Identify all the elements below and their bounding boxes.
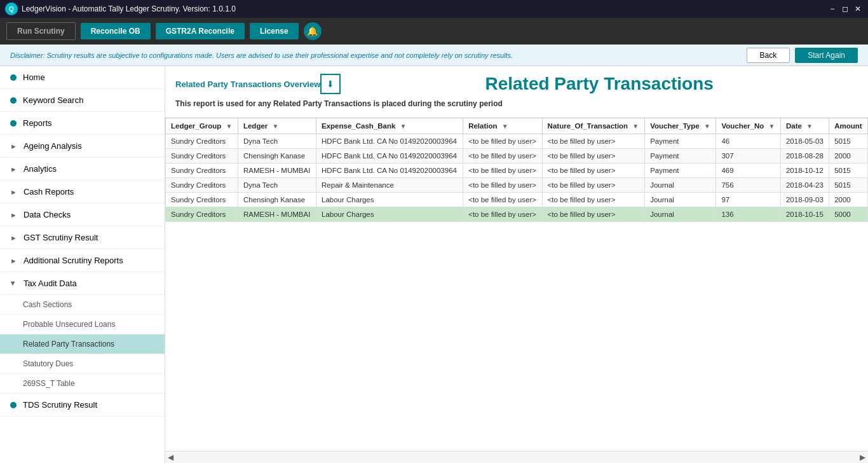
col-ledger: Ledger ▼ — [238, 118, 316, 134]
table-row[interactable]: Sundry CreditorsDyna TechRepair & Mainte… — [166, 178, 868, 193]
cell-4-2: Labour Charges — [316, 193, 463, 207]
table-row[interactable]: Sundry CreditorsDyna TechHDFC Bank Ltd. … — [166, 134, 868, 149]
sidebar: Home Keyword Search Reports ► Ageing Ana… — [0, 66, 165, 463]
sidebar-keyword-label: Keyword Search — [23, 95, 83, 105]
scroll-right-icon[interactable]: ▶ — [860, 453, 865, 462]
app-logo: Q — [5, 3, 18, 15]
download-button[interactable]: ⬇ — [320, 74, 341, 94]
voucher-no-sort-icon[interactable]: ▼ — [769, 123, 775, 130]
window-controls: − ◻ ✕ — [827, 4, 863, 14]
cell-0-5: Payment — [645, 134, 716, 149]
table-body: Sundry CreditorsDyna TechHDFC Bank Ltd. … — [166, 134, 868, 222]
reports-dot-icon — [10, 120, 17, 127]
cell-4-6: 97 — [716, 193, 781, 207]
cell-2-3: <to be filled by user> — [463, 163, 542, 178]
cell-1-3: <to be filled by user> — [463, 149, 542, 163]
cell-3-5: Journal — [645, 178, 716, 193]
ledger-group-sort-icon[interactable]: ▼ — [226, 123, 232, 130]
tds-dot-icon — [10, 402, 17, 408]
relation-sort-icon[interactable]: ▼ — [502, 123, 508, 130]
voucher-type-sort-icon[interactable]: ▼ — [704, 123, 710, 130]
sidebar-item-related-party[interactable]: Related Party Transactions — [0, 335, 165, 354]
sidebar-item-probable-unsecured[interactable]: Probable Unsecured Loans — [0, 315, 165, 335]
table-row[interactable]: Sundry CreditorsRAMESH - MUMBAILabour Ch… — [166, 207, 868, 222]
gstr2a-reconcile-button[interactable]: GSTR2A Reconcile — [156, 23, 245, 39]
sidebar-269ss-label: 269SS_T Table — [23, 379, 75, 388]
cell-3-2: Repair & Maintenance — [316, 178, 463, 193]
toolbar: Run Scrutiny Reconcile OB GSTR2A Reconci… — [0, 18, 868, 45]
notification-bell[interactable]: 🔔 — [304, 22, 322, 40]
cell-3-8: 5015 — [829, 178, 868, 193]
sidebar-item-reports[interactable]: Reports — [0, 112, 165, 135]
reconcile-ob-button[interactable]: Reconcile OB — [81, 23, 151, 39]
sidebar-home-label: Home — [23, 73, 45, 82]
cell-0-6: 46 — [716, 134, 781, 149]
cell-2-5: Payment — [645, 163, 716, 178]
scroll-left-icon[interactable]: ◀ — [168, 453, 173, 462]
ledger-sort-icon[interactable]: ▼ — [273, 123, 279, 130]
sidebar-data-checks-label: Data Checks — [24, 210, 71, 219]
col-amount: Amount — [829, 118, 868, 134]
overview-title: Related Party Transactions Overview — [175, 79, 320, 89]
close-button[interactable]: ✕ — [853, 4, 863, 14]
sidebar-item-cash-reports[interactable]: ► Cash Reports — [0, 181, 165, 204]
license-button[interactable]: License — [250, 23, 299, 39]
sidebar-item-ageing[interactable]: ► Ageing Analysis — [0, 135, 165, 158]
table-header-row: Ledger_Group ▼ Ledger ▼ Expense_Cash_Ban… — [166, 118, 868, 134]
table-row[interactable]: Sundry CreditorsChensingh KanaseHDFC Ban… — [166, 149, 868, 163]
sidebar-ageing-label: Ageing Analysis — [24, 141, 82, 151]
sidebar-analytics-label: Analytics — [24, 164, 57, 174]
sidebar-item-tax-audit[interactable]: ► Tax Audit Data — [0, 272, 165, 295]
run-scrutiny-button[interactable]: Run Scrutiny — [6, 22, 76, 40]
cell-1-8: 2000 — [829, 149, 868, 163]
ageing-arrow-icon: ► — [10, 142, 17, 150]
start-again-button[interactable]: Start Again — [795, 48, 858, 63]
sidebar-item-cash-sections[interactable]: Cash Sections — [0, 295, 165, 315]
cell-0-3: <to be filled by user> — [463, 134, 542, 149]
cell-4-8: 2000 — [829, 193, 868, 207]
content-header: Related Party Transactions Overview ⬇ Re… — [165, 66, 868, 118]
disclaimer-text: Disclaimer: Scrutiny results are subject… — [10, 52, 747, 59]
cell-0-1: Dyna Tech — [238, 134, 316, 149]
cell-0-7: 2018-05-03 — [780, 134, 829, 149]
sidebar-item-keyword-search[interactable]: Keyword Search — [0, 89, 165, 112]
app-title: LedgerVision - Automatic Tally Ledger Sc… — [22, 4, 236, 13]
sidebar-item-statutory-dues[interactable]: Statutory Dues — [0, 354, 165, 374]
cell-4-1: Chensingh Kanase — [238, 193, 316, 207]
tax-audit-arrow-icon: ► — [10, 280, 17, 287]
cell-1-6: 307 — [716, 149, 781, 163]
disclaimer-bar: Disclaimer: Scrutiny results are subject… — [0, 45, 868, 66]
table-row[interactable]: Sundry CreditorsChensingh KanaseLabour C… — [166, 193, 868, 207]
col-nature-of-transaction: Nature_Of_Transaction ▼ — [542, 118, 645, 134]
back-button[interactable]: Back — [747, 48, 790, 63]
cell-4-7: 2018-09-03 — [780, 193, 829, 207]
cell-3-4: <to be filled by user> — [542, 178, 645, 193]
cell-0-4: <to be filled by user> — [542, 134, 645, 149]
col-ledger-group: Ledger_Group ▼ — [166, 118, 238, 134]
sidebar-item-gst-scrutiny[interactable]: ► GST Scrutiny Result — [0, 226, 165, 249]
cell-4-4: <to be filled by user> — [542, 193, 645, 207]
cell-0-2: HDFC Bank Ltd. CA No 01492020003964 — [316, 134, 463, 149]
table-row[interactable]: Sundry CreditorsRAMESH - MUMBAIHDFC Bank… — [166, 163, 868, 178]
sidebar-item-269ss[interactable]: 269SS_T Table — [0, 374, 165, 394]
minimize-button[interactable]: − — [827, 4, 837, 14]
cell-1-0: Sundry Creditors — [166, 149, 238, 163]
cell-1-1: Chensingh Kanase — [238, 149, 316, 163]
sidebar-item-analytics[interactable]: ► Analytics — [0, 158, 165, 181]
sidebar-item-home[interactable]: Home — [0, 66, 165, 89]
sidebar-item-additional-scrutiny[interactable]: ► Additional Scrutiny Reports — [0, 249, 165, 272]
date-sort-icon[interactable]: ▼ — [806, 123, 813, 130]
cell-1-7: 2018-08-28 — [780, 149, 829, 163]
sidebar-additional-label: Additional Scrutiny Reports — [24, 256, 123, 265]
expense-sort-icon[interactable]: ▼ — [400, 123, 407, 130]
restore-button[interactable]: ◻ — [840, 4, 850, 14]
sidebar-item-data-checks[interactable]: ► Data Checks — [0, 204, 165, 226]
sidebar-statutory-label: Statutory Dues — [23, 359, 73, 368]
analytics-arrow-icon: ► — [10, 165, 17, 173]
nature-sort-icon[interactable]: ▼ — [632, 123, 639, 130]
sidebar-tds-label: TDS Scrutiny Result — [23, 400, 97, 410]
sidebar-probable-label: Probable Unsecured Loans — [23, 320, 115, 329]
cell-5-0: Sundry Creditors — [166, 207, 238, 222]
cell-2-8: 5015 — [829, 163, 868, 178]
sidebar-item-tds-scrutiny[interactable]: TDS Scrutiny Result — [0, 394, 165, 417]
